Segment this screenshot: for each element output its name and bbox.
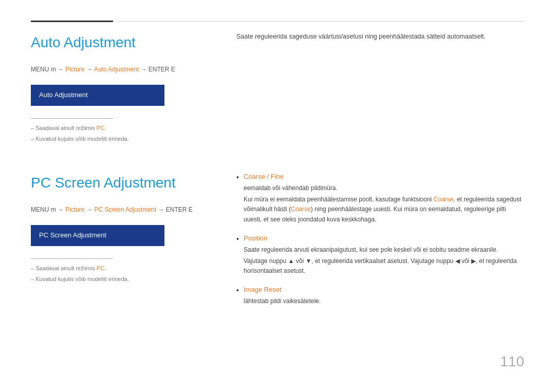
pc-menu-item1: Picture bbox=[65, 206, 84, 213]
pc-note-highlight-1: PC bbox=[97, 265, 104, 271]
bullet-coarse-fine: Coarse / Fine eemaldab või vähendab pild… bbox=[236, 172, 524, 225]
pc-screen-divider bbox=[31, 258, 113, 259]
pc-screen-note-2: – Kuvatud kujutis võib mudeliti erineda. bbox=[31, 275, 206, 284]
bullet-image-reset: Image Reset lähtestab pildi vaikesätetel… bbox=[236, 285, 524, 307]
pc-screen-adjustment-section: PC Screen Adjustment MENU m → Picture → … bbox=[31, 172, 524, 315]
pc-menu-sep2: → ENTER E bbox=[156, 206, 193, 213]
bullet-coarse-fine-title: Coarse / Fine bbox=[244, 173, 284, 180]
page-number: 110 bbox=[500, 350, 524, 374]
pc-screen-note-1: – Saadaval ainult režiimis PC. bbox=[31, 264, 206, 273]
menu-item1: Picture bbox=[65, 66, 84, 73]
auto-adjustment-box-label: Auto Adjustment bbox=[39, 91, 88, 99]
divider-right bbox=[117, 21, 524, 22]
menu-prefix: MENU m → bbox=[31, 66, 65, 73]
pc-menu-prefix: MENU m → bbox=[31, 206, 65, 213]
pc-screen-left: PC Screen Adjustment MENU m → Picture → … bbox=[31, 172, 206, 315]
auto-adjustment-note-1: – Saadaval ainult režiimis PC. bbox=[31, 124, 206, 133]
bullet-position-text: Saate reguleerida arvuti ekraanipaigutus… bbox=[244, 245, 524, 255]
coarse-highlight-2: Coarse bbox=[291, 206, 311, 213]
auto-adjustment-note-2: – Kuvatud kujutis võib mudeliti erineda. bbox=[31, 135, 206, 144]
auto-adjustment-description: Saate reguleerida sageduse väärtusi/aset… bbox=[236, 31, 524, 42]
bullet-position: Position Saate reguleerida arvuti ekraan… bbox=[236, 233, 524, 276]
pc-menu-sep1: → bbox=[85, 206, 95, 213]
auto-adjustment-title: Auto Adjustment bbox=[31, 31, 206, 54]
auto-adjustment-menu-path: MENU m → Picture → Auto Adjustment → ENT… bbox=[31, 65, 206, 74]
bullet-coarse-fine-extra: Kui müra ei eemaldata peenhäälestamise p… bbox=[244, 195, 524, 225]
note-highlight-1: PC bbox=[97, 125, 104, 131]
pc-screen-menu-path: MENU m → Picture → PC Screen Adjustment … bbox=[31, 205, 206, 215]
coarse-highlight-1: Coarse bbox=[434, 196, 454, 203]
pc-screen-right: Coarse / Fine eemaldab või vähendab pild… bbox=[236, 172, 524, 315]
bullet-position-extra: Vajutage nuppu ▲ või ▼, et reguleerida v… bbox=[244, 256, 524, 277]
divider-left bbox=[31, 21, 113, 22]
menu-sep1: → bbox=[85, 66, 94, 73]
pc-screen-box-label: PC Screen Adjustment bbox=[39, 231, 106, 239]
auto-adjustment-menu-box: Auto Adjustment bbox=[31, 85, 164, 106]
pc-menu-item2: PC Screen Adjustment bbox=[94, 206, 156, 213]
page: Auto Adjustment MENU m → Picture → Auto … bbox=[0, 0, 555, 392]
top-divider bbox=[31, 21, 524, 22]
auto-adjustment-right: Saate reguleerida sageduse väärtusi/aset… bbox=[236, 31, 524, 146]
menu-item2: Auto Adjustment bbox=[94, 66, 139, 73]
auto-adjustment-left: Auto Adjustment MENU m → Picture → Auto … bbox=[31, 31, 206, 146]
bullet-position-title: Position bbox=[244, 234, 267, 242]
auto-adjustment-section: Auto Adjustment MENU m → Picture → Auto … bbox=[31, 31, 524, 146]
bullet-image-reset-text: lähtestab pildi vaikesätetele. bbox=[244, 296, 524, 307]
pc-screen-bullet-list: Coarse / Fine eemaldab või vähendab pild… bbox=[236, 172, 524, 307]
pc-screen-menu-box: PC Screen Adjustment bbox=[31, 225, 164, 246]
pc-screen-title: PC Screen Adjustment bbox=[31, 172, 206, 195]
menu-sep2: → ENTER E bbox=[139, 66, 175, 73]
auto-adjustment-divider bbox=[31, 118, 113, 119]
bullet-coarse-fine-text: eemaldab või vähendab pildimüra. bbox=[244, 183, 524, 194]
bullet-image-reset-title: Image Reset bbox=[244, 286, 282, 293]
